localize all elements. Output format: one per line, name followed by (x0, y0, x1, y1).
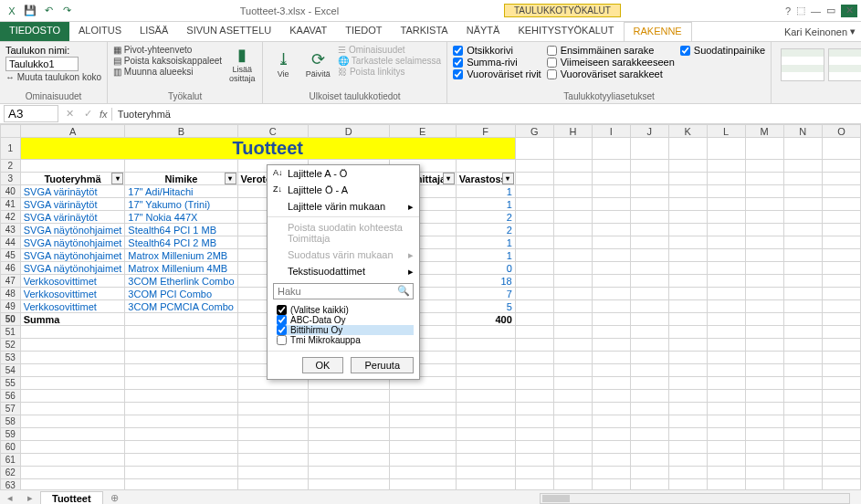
cell[interactable] (783, 428, 822, 441)
cell[interactable] (707, 441, 745, 454)
table-name-input[interactable] (5, 57, 79, 71)
cell[interactable] (553, 313, 592, 326)
cell[interactable] (456, 339, 515, 352)
cell[interactable] (745, 403, 783, 415)
sort-by-color-item[interactable]: Lajittele värin mukaan▸ (268, 198, 419, 215)
cell[interactable] (308, 390, 389, 403)
cell[interactable] (592, 326, 630, 339)
cell[interactable] (237, 441, 308, 454)
cell[interactable]: 17" Adi/Hitachi (125, 185, 237, 198)
cell[interactable] (592, 300, 630, 313)
cell[interactable] (592, 313, 630, 326)
filter-select-all[interactable]: (Valitse kaikki) (277, 305, 414, 315)
cell[interactable] (592, 185, 630, 198)
cell[interactable] (630, 275, 668, 288)
cell[interactable] (630, 173, 668, 185)
cell[interactable] (668, 236, 707, 249)
cell[interactable] (630, 339, 668, 352)
cell[interactable] (389, 454, 456, 467)
cell[interactable] (389, 415, 456, 428)
cell[interactable]: SVGA värinäytöt (20, 211, 125, 224)
cell[interactable] (822, 326, 860, 339)
cell[interactable] (20, 339, 125, 352)
cell[interactable] (707, 454, 745, 467)
cell[interactable] (783, 288, 822, 300)
cell[interactable] (707, 428, 745, 441)
col-header-nimike[interactable]: Nimike▾ (125, 173, 237, 185)
cell[interactable] (456, 326, 515, 339)
cell[interactable] (668, 454, 707, 467)
cell[interactable]: 0 (456, 262, 515, 275)
cell[interactable] (20, 390, 125, 403)
cell[interactable] (592, 467, 630, 479)
tab-review[interactable]: TARKISTA (392, 22, 457, 41)
cell[interactable] (553, 173, 592, 185)
cell[interactable] (630, 326, 668, 339)
cell[interactable] (745, 390, 783, 403)
row-header[interactable]: 56 (1, 390, 21, 403)
cell[interactable] (745, 236, 783, 249)
close-icon[interactable]: ✕ (841, 5, 857, 17)
cell[interactable] (237, 454, 308, 467)
row-header[interactable]: 41 (1, 198, 21, 211)
cell[interactable] (456, 479, 515, 490)
cell[interactable] (822, 403, 860, 415)
cell[interactable] (668, 198, 707, 211)
col-header-tuoteryhma[interactable]: Tuoteryhmä▾ (20, 173, 125, 185)
cell[interactable] (783, 138, 822, 160)
cell[interactable] (515, 211, 553, 224)
row-header[interactable]: 45 (1, 249, 21, 262)
column-header[interactable]: H (553, 125, 592, 138)
cell[interactable] (668, 377, 707, 390)
save-icon[interactable]: 💾 (22, 3, 38, 19)
filter-button-checkbox[interactable]: Suodatinpainike (680, 45, 765, 56)
cell[interactable] (515, 377, 553, 390)
cell[interactable]: Verkkosovittimet (20, 275, 125, 288)
cell[interactable] (822, 224, 860, 236)
text-filters-item[interactable]: Tekstisuodattimet▸ (268, 263, 419, 279)
cell[interactable] (783, 160, 822, 173)
tab-home[interactable]: ALOITUS (69, 22, 131, 41)
cell[interactable] (515, 454, 553, 467)
cell[interactable] (20, 326, 125, 339)
cell[interactable] (592, 275, 630, 288)
column-header[interactable]: M (745, 125, 783, 138)
filter-dropdown-icon[interactable]: ▾ (225, 173, 236, 184)
cell[interactable]: 1 (456, 185, 515, 198)
column-header[interactable]: C (237, 125, 308, 138)
cell[interactable] (745, 339, 783, 352)
cell[interactable] (630, 454, 668, 467)
filter-item[interactable]: ABC-Data Oy (277, 315, 414, 325)
cell[interactable] (630, 185, 668, 198)
cell[interactable] (592, 211, 630, 224)
cell[interactable] (707, 300, 745, 313)
cell[interactable] (592, 339, 630, 352)
cell[interactable] (125, 403, 237, 415)
column-header[interactable]: B (125, 125, 237, 138)
cell[interactable] (783, 224, 822, 236)
col-header-varastossa[interactable]: Varastossa▾ (456, 173, 515, 185)
cell[interactable] (707, 198, 745, 211)
cell[interactable] (630, 467, 668, 479)
cell[interactable] (707, 185, 745, 198)
cell[interactable] (668, 441, 707, 454)
cell[interactable] (630, 288, 668, 300)
cell[interactable] (456, 441, 515, 454)
cell[interactable] (783, 390, 822, 403)
cell[interactable] (515, 138, 553, 160)
tab-view[interactable]: NÄYTÄ (457, 22, 509, 41)
cell[interactable] (553, 390, 592, 403)
sort-az-item[interactable]: A↓Lajittele A - Ö (268, 165, 419, 182)
cell[interactable] (125, 364, 237, 377)
filter-dropdown-icon[interactable]: ▾ (111, 173, 123, 184)
cell[interactable] (553, 300, 592, 313)
cell[interactable] (822, 262, 860, 275)
cell[interactable] (745, 428, 783, 441)
cell[interactable]: 3COM PCI Combo (125, 288, 237, 300)
row-header[interactable]: 3 (1, 173, 21, 185)
tab-table-design[interactable]: RAKENNE (624, 22, 692, 41)
cell[interactable] (308, 454, 389, 467)
column-header[interactable]: O (822, 125, 860, 138)
cell[interactable] (515, 415, 553, 428)
cell[interactable] (707, 339, 745, 352)
